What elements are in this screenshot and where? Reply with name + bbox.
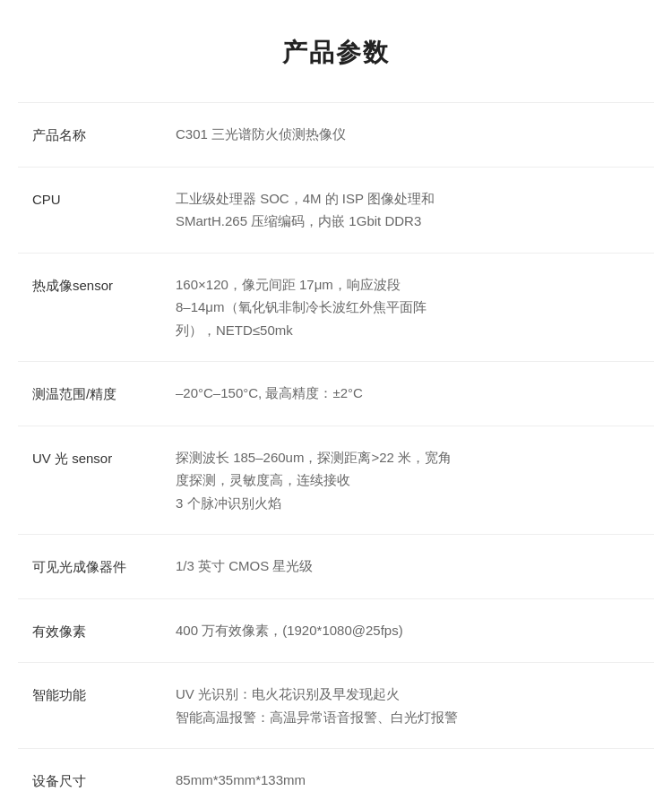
param-label-effective-pixels: 有效像素	[32, 619, 176, 643]
param-value-device-size: 85mm*35mm*133mm	[176, 769, 640, 791]
param-label-uv-sensor: UV 光 sensor	[32, 446, 176, 470]
param-row-product-name: 产品名称C301 三光谱防火侦测热像仪	[18, 102, 654, 168]
param-label-thermal-sensor: 热成像sensor	[32, 273, 176, 297]
param-row-effective-pixels: 有效像素400 万有效像素，(1920*1080@25fps)	[18, 599, 654, 664]
param-value-cpu: 工业级处理器 SOC，4M 的 ISP 图像处理和SMartH.265 压缩编码…	[176, 187, 640, 233]
page-title: 产品参数	[0, 36, 672, 70]
param-label-product-name: 产品名称	[32, 123, 176, 147]
param-label-temp-range: 测温范围/精度	[32, 382, 176, 406]
param-row-thermal-sensor: 热成像sensor160×120，像元间距 17μm，响应波段8–14μm（氧化…	[18, 254, 654, 363]
param-value-thermal-sensor: 160×120，像元间距 17μm，响应波段8–14μm（氧化钒非制冷长波红外焦…	[176, 273, 640, 342]
param-label-cpu: CPU	[32, 187, 176, 211]
param-value-product-name: C301 三光谱防火侦测热像仪	[176, 123, 640, 146]
params-table: 产品名称C301 三光谱防火侦测热像仪CPU工业级处理器 SOC，4M 的 IS…	[0, 102, 672, 791]
param-row-device-size: 设备尺寸85mm*35mm*133mm	[18, 749, 654, 791]
param-row-temp-range: 测温范围/精度–20°C–150°C, 最高精度：±2°C	[18, 362, 654, 426]
param-label-visible-sensor: 可见光成像器件	[32, 555, 176, 579]
param-row-uv-sensor: UV 光 sensor探测波长 185–260um，探测距离>22 米，宽角度探…	[18, 426, 654, 536]
param-value-uv-sensor: 探测波长 185–260um，探测距离>22 米，宽角度探测，灵敏度高，连续接收…	[176, 446, 640, 515]
param-row-cpu: CPU工业级处理器 SOC，4M 的 ISP 图像处理和SMartH.265 压…	[18, 168, 654, 254]
param-value-temp-range: –20°C–150°C, 最高精度：±2°C	[176, 382, 640, 405]
param-label-smart-function: 智能功能	[32, 683, 176, 707]
param-label-device-size: 设备尺寸	[32, 769, 176, 791]
param-row-smart-function: 智能功能UV 光识别：电火花识别及早发现起火智能高温报警：高温异常语音报警、白光…	[18, 663, 654, 749]
param-row-visible-sensor: 可见光成像器件1/3 英寸 CMOS 星光级	[18, 535, 654, 599]
param-value-effective-pixels: 400 万有效像素，(1920*1080@25fps)	[176, 619, 640, 642]
param-value-smart-function: UV 光识别：电火花识别及早发现起火智能高温报警：高温异常语音报警、白光灯报警	[176, 683, 640, 728]
param-value-visible-sensor: 1/3 英寸 CMOS 星光级	[176, 555, 640, 578]
page-container: 产品参数 产品名称C301 三光谱防火侦测热像仪CPU工业级处理器 SOC，4M…	[0, 0, 672, 791]
